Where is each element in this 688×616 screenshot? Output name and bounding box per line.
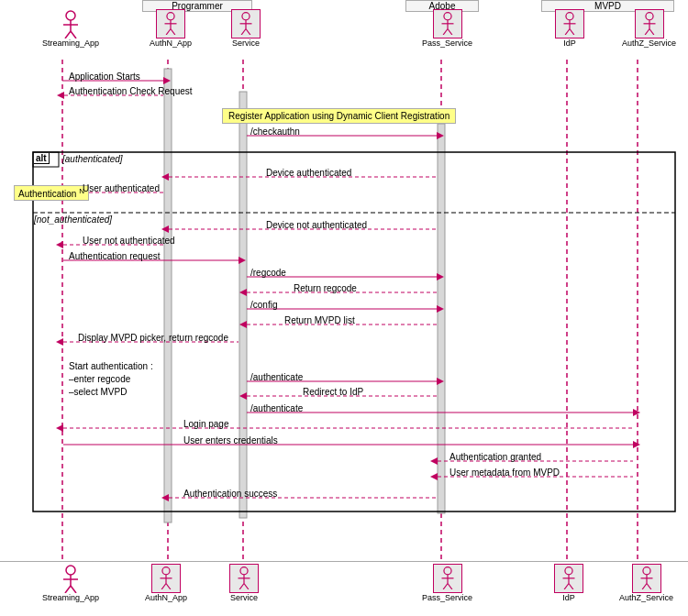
idp-icon bbox=[560, 11, 579, 35]
bottom-actor-authn-app: AuthN_App bbox=[145, 564, 187, 602]
svg-marker-83 bbox=[161, 494, 169, 501]
svg-point-109 bbox=[642, 567, 649, 575]
actor-idp: IdP bbox=[555, 9, 584, 48]
bottom-idp-box bbox=[554, 564, 583, 593]
svg-marker-44 bbox=[437, 132, 444, 139]
svg-line-13 bbox=[241, 29, 246, 36]
svg-line-92 bbox=[161, 584, 166, 590]
svg-marker-79 bbox=[430, 457, 438, 465]
svg-rect-38 bbox=[438, 124, 445, 513]
bottom-streaming-icon bbox=[60, 564, 82, 593]
msg-checkauthn: /checkauthn bbox=[250, 126, 300, 137]
svg-line-18 bbox=[443, 29, 448, 36]
service-icon bbox=[237, 11, 255, 35]
pass-service-box bbox=[433, 9, 462, 38]
sequence-diagram: Programmer Adobe MVPD Streaming_App Auth… bbox=[0, 0, 688, 616]
svg-line-97 bbox=[239, 584, 244, 590]
bottom-pass-icon bbox=[438, 566, 457, 589]
authentication-label-box: Authentication N bbox=[14, 185, 89, 201]
svg-line-87 bbox=[65, 586, 71, 593]
guard-not-authenticated: [not_authenticated] bbox=[34, 214, 112, 225]
msg-redirect-idp: Redirect to IdP bbox=[303, 387, 363, 397]
svg-point-89 bbox=[162, 567, 170, 575]
pass-service-icon bbox=[438, 11, 457, 35]
svg-point-20 bbox=[566, 13, 573, 20]
msg-auth-success: Authentication success bbox=[183, 489, 277, 499]
bottom-authz-label: AuthZ_Service bbox=[619, 593, 673, 602]
actor-authz-service: AuthZ_Service bbox=[622, 9, 676, 48]
bottom-authn-icon bbox=[157, 566, 175, 589]
svg-marker-42 bbox=[57, 92, 64, 99]
svg-line-108 bbox=[569, 584, 573, 590]
svg-line-19 bbox=[448, 29, 452, 36]
authz-service-icon bbox=[640, 11, 659, 35]
actor-pass-service: Pass_Service bbox=[422, 9, 472, 48]
svg-marker-81 bbox=[430, 473, 438, 480]
msg-display-mvpd: Display MVPD picker, return regcode bbox=[78, 333, 228, 343]
svg-point-5 bbox=[167, 13, 174, 20]
idp-box bbox=[555, 9, 584, 38]
svg-point-84 bbox=[66, 566, 75, 575]
svg-marker-69 bbox=[437, 378, 444, 385]
svg-marker-53 bbox=[161, 226, 169, 233]
msg-app-starts: Application Starts bbox=[69, 72, 140, 82]
svg-point-25 bbox=[645, 13, 652, 20]
msg-login-page: Login page bbox=[183, 419, 229, 429]
msg-device-not-auth: Device not authenticated bbox=[266, 220, 367, 230]
svg-point-99 bbox=[443, 567, 450, 575]
bottom-actor-pass-service: Pass_Service bbox=[422, 564, 472, 602]
register-box: Register Application using Dynamic Clien… bbox=[222, 108, 456, 124]
svg-line-23 bbox=[565, 29, 570, 36]
bottom-actor-idp: IdP bbox=[554, 564, 583, 602]
svg-line-14 bbox=[246, 29, 250, 36]
svg-line-107 bbox=[564, 584, 569, 590]
msg-authenticate1: /authenticate bbox=[250, 372, 303, 382]
service-box bbox=[231, 9, 261, 38]
svg-point-0 bbox=[66, 11, 75, 20]
bottom-service-icon bbox=[235, 566, 253, 589]
svg-line-112 bbox=[642, 584, 647, 590]
msg-return-regcode: Return regcode bbox=[294, 283, 357, 293]
streaming-app-label: Streaming_App bbox=[42, 38, 99, 48]
bottom-idp-label: IdP bbox=[562, 593, 575, 602]
authn-app-box bbox=[156, 9, 185, 38]
bottom-service-box bbox=[229, 564, 259, 593]
svg-line-24 bbox=[570, 29, 574, 36]
bottom-authz-box bbox=[632, 564, 661, 593]
svg-marker-55 bbox=[56, 241, 63, 248]
svg-marker-61 bbox=[239, 289, 247, 296]
bottom-pass-service-box bbox=[433, 564, 462, 593]
msg-regcode: /regcode bbox=[250, 268, 286, 278]
msg-device-auth: Device authenticated bbox=[266, 168, 351, 178]
svg-point-94 bbox=[240, 567, 248, 575]
svg-point-104 bbox=[565, 567, 572, 575]
pass-service-label: Pass_Service bbox=[422, 38, 472, 48]
svg-line-29 bbox=[649, 29, 654, 36]
svg-marker-77 bbox=[633, 441, 640, 448]
svg-line-98 bbox=[244, 584, 249, 590]
bottom-authn-label: AuthN_App bbox=[145, 593, 187, 602]
svg-rect-36 bbox=[164, 69, 172, 522]
msg-return-mvpd: Return MVPD list bbox=[284, 315, 355, 325]
svg-marker-71 bbox=[239, 392, 247, 400]
svg-marker-40 bbox=[163, 77, 171, 84]
svg-marker-59 bbox=[437, 273, 444, 280]
svg-line-93 bbox=[166, 584, 171, 590]
msg-user-not-auth: User not authenticated bbox=[83, 236, 175, 246]
svg-point-10 bbox=[242, 13, 250, 20]
authn-app-label: AuthN_App bbox=[150, 38, 192, 48]
alt-keyword: alt bbox=[34, 153, 50, 164]
bottom-actor-service: Service bbox=[229, 564, 259, 602]
service-label: Service bbox=[232, 38, 260, 48]
authz-service-box bbox=[635, 9, 664, 38]
actor-streaming-app: Streaming_App bbox=[42, 9, 99, 48]
msg-user-creds: User enters credentials bbox=[183, 435, 278, 446]
msg-auth-check: Authentication Check Request bbox=[69, 86, 193, 96]
bottom-idp-icon bbox=[560, 566, 578, 589]
msg-auth-request: Authentication request bbox=[69, 251, 161, 261]
streaming-app-icon bbox=[60, 9, 82, 38]
svg-marker-73 bbox=[633, 409, 640, 416]
msg-authenticate2: /authenticate bbox=[250, 403, 303, 413]
bottom-pass-label: Pass_Service bbox=[422, 593, 472, 602]
svg-point-15 bbox=[443, 13, 450, 20]
